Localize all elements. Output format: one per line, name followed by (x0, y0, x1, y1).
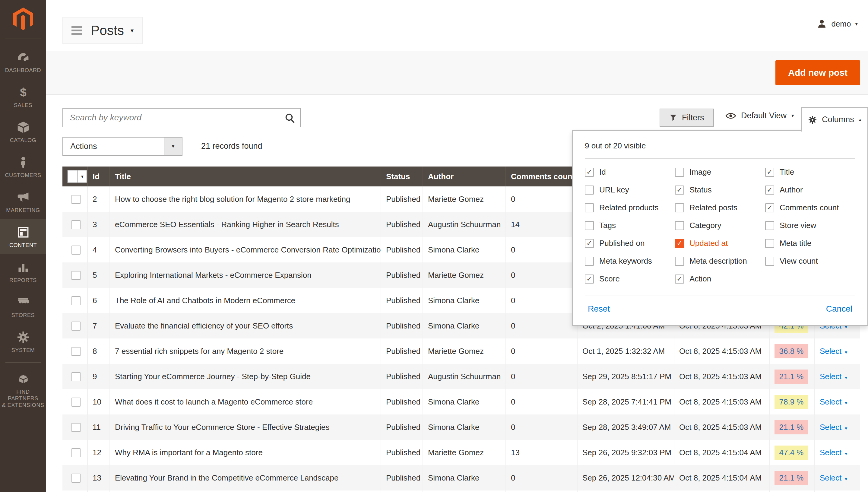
filters-button[interactable]: Filters (660, 108, 714, 127)
cell-comments-count: 0 (506, 313, 577, 339)
cell-comments-count: 0 (506, 339, 577, 364)
row-checkbox[interactable] (72, 448, 80, 457)
reports-icon (1, 260, 45, 274)
default-view-button[interactable]: Default View ▾ (725, 111, 794, 120)
reset-button[interactable]: Reset (588, 304, 610, 314)
checkbox[interactable]: ✓ (675, 186, 684, 195)
sidebar-item-sales[interactable]: $ SALES (0, 79, 46, 114)
user-menu[interactable]: demo ▾ (817, 19, 858, 29)
magento-logo[interactable] (0, 0, 46, 38)
checkbox[interactable]: ✓ (765, 186, 774, 195)
checkbox[interactable] (765, 221, 774, 230)
actions-dropdown[interactable]: Actions ▼ (62, 137, 182, 156)
column-toggle-option[interactable]: ✓ Score (585, 274, 675, 284)
checkbox[interactable] (585, 203, 594, 212)
checkbox[interactable] (765, 239, 774, 248)
checkbox[interactable]: ✓ (765, 203, 774, 212)
checkbox[interactable]: ✓ (675, 274, 684, 284)
column-toggle-option[interactable]: Meta title (765, 239, 855, 248)
cell-comments-count: 0 (506, 415, 577, 440)
checkbox[interactable] (675, 168, 684, 177)
username: demo (831, 19, 851, 29)
column-toggle-option[interactable]: ✓ Status (675, 185, 765, 195)
column-toggle-option[interactable]: Related posts (675, 203, 765, 212)
row-checkbox[interactable] (72, 398, 80, 407)
row-checkbox[interactable] (72, 195, 80, 204)
checkbox[interactable] (585, 221, 594, 230)
caret-down-icon: ▼ (77, 170, 86, 182)
column-toggle-option[interactable]: Store view (765, 221, 855, 230)
sidebar-item-customers[interactable]: CUSTOMERS (0, 149, 46, 184)
column-header-status[interactable]: Status (381, 167, 423, 187)
row-select-action[interactable]: Select▼ (820, 448, 848, 457)
column-toggle-option[interactable]: View count (765, 256, 855, 266)
column-toggle-option[interactable]: Category (675, 221, 765, 230)
column-header-title[interactable]: Title (110, 167, 381, 187)
row-checkbox[interactable] (72, 296, 80, 305)
sidebar-item-reports[interactable]: REPORTS (0, 254, 46, 289)
row-select-action[interactable]: Select▼ (820, 347, 848, 355)
column-header-comments[interactable]: Comments count (506, 167, 577, 187)
sidebar-item-stores[interactable]: STORES (0, 289, 46, 324)
sidebar-item-label: DASHBOARD (1, 67, 45, 74)
checkbox[interactable]: ✓ (675, 239, 684, 248)
column-header-author[interactable]: Author (423, 167, 506, 187)
column-toggle-option[interactable]: Tags (585, 221, 675, 230)
column-toggle-option[interactable]: ✓ Comments count (765, 203, 855, 212)
row-checkbox[interactable] (72, 474, 80, 483)
row-checkbox[interactable] (72, 372, 80, 381)
svg-text:$: $ (20, 86, 26, 99)
select-all-dropdown[interactable]: ▼ (67, 170, 87, 183)
column-toggle-option[interactable]: ✓ Action (675, 274, 765, 284)
search-icon[interactable] (284, 112, 296, 124)
row-select-action[interactable]: Select▼ (820, 473, 848, 482)
checkbox[interactable]: ✓ (585, 168, 594, 177)
checkbox[interactable]: ✓ (585, 274, 594, 284)
column-toggle-option[interactable]: ✓ Author (765, 185, 855, 195)
cancel-button[interactable]: Cancel (826, 304, 852, 314)
checkbox[interactable] (675, 203, 684, 212)
sidebar-item-content[interactable]: CONTENT (0, 219, 46, 254)
search-input[interactable] (63, 108, 300, 127)
select-all-checkbox[interactable] (68, 170, 77, 182)
row-select-action[interactable]: Select▼ (820, 423, 848, 432)
column-toggle-option[interactable]: Meta keywords (585, 256, 675, 266)
add-new-post-button[interactable]: Add new post (775, 60, 860, 85)
column-toggle-option[interactable]: ✓ Title (765, 167, 855, 177)
column-option-label: Author (780, 185, 803, 195)
row-checkbox[interactable] (72, 220, 80, 229)
cell-status: Published (381, 415, 423, 440)
row-checkbox[interactable] (72, 246, 80, 254)
row-checkbox[interactable] (72, 423, 80, 432)
sidebar-item-system[interactable]: SYSTEM (0, 324, 46, 359)
default-view-label: Default View (741, 111, 787, 120)
checkbox[interactable] (765, 257, 774, 266)
checkbox[interactable] (585, 186, 594, 195)
row-select-action[interactable]: Select▼ (820, 372, 848, 381)
row-checkbox[interactable] (72, 347, 80, 356)
sidebar-item-dashboard[interactable]: DASHBOARD (0, 44, 46, 79)
column-toggle-option[interactable]: Image (675, 167, 765, 177)
sidebar-item-marketing[interactable]: MARKETING (0, 184, 46, 219)
column-toggle-option[interactable]: ✓ Updated at (675, 239, 765, 248)
row-checkbox[interactable] (72, 322, 80, 330)
checkbox[interactable]: ✓ (585, 239, 594, 248)
column-toggle-option[interactable]: ✓ Id (585, 167, 675, 177)
columns-button[interactable]: Columns ▴ (801, 107, 868, 131)
page-title-menu[interactable]: Posts ▾ (62, 17, 143, 44)
checkbox[interactable] (675, 221, 684, 230)
column-toggle-option[interactable]: Related products (585, 203, 675, 212)
column-toggle-option[interactable]: Meta description (675, 256, 765, 266)
cell-title: Converting Browsers into Buyers - eComme… (110, 237, 381, 263)
column-header-id[interactable]: Id (87, 167, 110, 187)
checkbox[interactable]: ✓ (765, 168, 774, 177)
sidebar-item-catalog[interactable]: CATALOG (0, 114, 46, 149)
row-select-action[interactable]: Select▼ (820, 397, 848, 406)
sidebar-item-find[interactable]: FIND PARTNERS & EXTENSIONS (0, 366, 46, 414)
caret-down-icon: ▾ (855, 21, 858, 27)
checkbox[interactable] (675, 257, 684, 266)
row-checkbox[interactable] (72, 271, 80, 280)
column-toggle-option[interactable]: ✓ Published on (585, 239, 675, 248)
checkbox[interactable] (585, 257, 594, 266)
column-toggle-option[interactable]: URL key (585, 185, 675, 195)
